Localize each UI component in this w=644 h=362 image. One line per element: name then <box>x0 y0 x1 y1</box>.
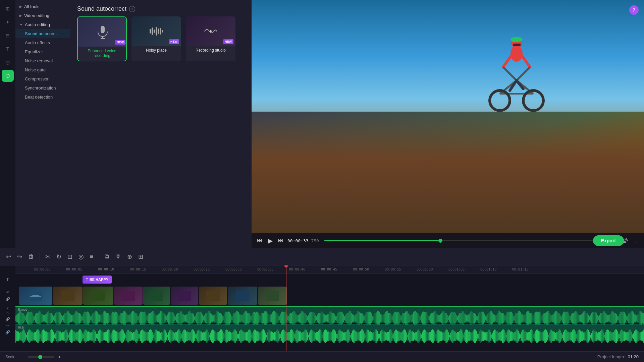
svg-rect-669 <box>585 311 585 325</box>
svg-rect-1341 <box>559 329 560 343</box>
audio2-wave-icon[interactable]: 〜 <box>5 323 10 328</box>
voiceover-button[interactable]: 🎙 <box>113 252 123 261</box>
video-clip-3[interactable] <box>83 287 113 305</box>
nav-item-noise-removal[interactable]: Noise removal <box>15 56 70 65</box>
overlay-button[interactable]: ⧉ <box>103 252 111 261</box>
preset-card-enhanced-voice[interactable]: NEW Enhanced voice recording <box>77 16 127 61</box>
preset-card-noisy-place[interactable]: NEW Noisy place <box>131 16 181 61</box>
video-clip-2[interactable] <box>53 287 83 305</box>
svg-rect-1086 <box>331 332 331 341</box>
eye-icon[interactable]: 👁 <box>5 290 10 295</box>
effects-button[interactable]: ◎ <box>76 252 86 262</box>
delete-button[interactable]: 🗑 <box>26 252 36 261</box>
video-clip-9[interactable] <box>258 287 287 305</box>
svg-rect-41 <box>21 312 21 324</box>
more-tb-button[interactable]: ⊞ <box>136 252 145 262</box>
redo-button[interactable]: ↪ <box>15 252 24 262</box>
svg-rect-337 <box>286 314 287 323</box>
undo-button[interactable]: ↩ <box>4 252 13 262</box>
cut-button[interactable]: ✂ <box>43 252 52 262</box>
adjust-button[interactable]: ≡ <box>88 252 96 261</box>
nav-video-editing[interactable]: ▶ Video editing <box>15 11 70 20</box>
svg-rect-1158 <box>395 329 396 343</box>
redo2-button[interactable]: ↻ <box>54 252 63 262</box>
svg-rect-166 <box>133 311 134 325</box>
svg-rect-162 <box>129 314 130 322</box>
preset-thumb-noisy-place: NEW <box>131 16 181 46</box>
link-icon[interactable]: 🔗 <box>5 296 10 302</box>
scale-thumb[interactable] <box>38 355 42 359</box>
svg-rect-751 <box>30 330 31 343</box>
svg-rect-1018 <box>270 330 270 342</box>
svg-rect-676 <box>591 313 592 324</box>
svg-rect-143 <box>112 312 113 325</box>
video-clip-5[interactable] <box>143 287 170 305</box>
video-clip-8[interactable] <box>228 287 257 305</box>
nav-item-equalizer[interactable]: Equalizer <box>15 47 70 56</box>
sidebar-item-clock-icon[interactable]: ◷ <box>2 56 14 68</box>
svg-rect-1428 <box>638 331 638 341</box>
svg-rect-425 <box>366 312 366 324</box>
svg-rect-212 <box>174 316 175 321</box>
video-clip-6[interactable] <box>171 287 198 305</box>
text-clip-be-happy[interactable]: T BE HAPPY <box>83 276 112 284</box>
help-button[interactable]: ? <box>629 5 639 15</box>
svg-rect-1364 <box>580 330 581 342</box>
nav-item-noise-gate[interactable]: Noise gate <box>15 65 70 74</box>
preset-card-recording-studio[interactable]: NEW Recording studio <box>186 16 235 61</box>
skip-forward-button[interactable]: ⏭ <box>277 236 285 245</box>
svg-rect-449 <box>387 311 388 325</box>
svg-rect-94 <box>68 311 69 325</box>
video-clip-1[interactable] <box>19 287 52 305</box>
progress-bar[interactable] <box>324 240 596 241</box>
svg-rect-95 <box>69 313 70 323</box>
svg-rect-888 <box>153 335 154 338</box>
svg-rect-791 <box>66 329 66 343</box>
play-button[interactable]: ▶ <box>266 235 274 246</box>
sidebar-item-grid-icon[interactable]: ⊟ <box>2 29 14 42</box>
svg-rect-44 <box>23 314 24 323</box>
svg-rect-348 <box>297 314 297 322</box>
sidebar-item-magic-icon[interactable]: ✦ <box>2 16 14 28</box>
nav-audio-editing[interactable]: ▼ Audio editing <box>15 20 70 29</box>
progress-thumb[interactable] <box>438 239 442 243</box>
nav-item-sound-autocorrect[interactable]: Sound autocorr... <box>15 29 70 38</box>
video-clip-4[interactable] <box>114 287 143 305</box>
audio2-link-icon[interactable]: 🔗 <box>5 329 10 335</box>
skip-back-button[interactable]: ⏮ <box>256 236 264 245</box>
svg-rect-322 <box>273 311 274 325</box>
svg-rect-947 <box>206 330 207 343</box>
svg-rect-258 <box>216 312 216 324</box>
sidebar-item-apps-icon[interactable]: ⬡ <box>2 70 14 82</box>
svg-rect-433 <box>373 316 374 320</box>
video-clip-7[interactable] <box>199 287 227 305</box>
svg-rect-1259 <box>486 332 487 341</box>
svg-rect-852 <box>120 331 121 342</box>
svg-rect-771 <box>48 333 48 340</box>
svg-rect-709 <box>621 311 621 325</box>
svg-rect-987 <box>242 330 243 342</box>
svg-rect-1235 <box>465 332 465 341</box>
scale-minus-button[interactable]: − <box>19 354 24 360</box>
svg-rect-555 <box>482 311 483 325</box>
svg-rect-501 <box>434 311 435 325</box>
svg-rect-923 <box>184 329 185 343</box>
svg-rect-854 <box>122 329 123 343</box>
svg-rect-1217 <box>448 332 449 340</box>
tool-help-icon[interactable]: ? <box>129 6 135 12</box>
nav-all-tools[interactable]: ▶ All tools <box>15 2 70 11</box>
export-button[interactable]: Export <box>593 235 624 246</box>
nav-item-audio-effects[interactable]: Audio effects <box>15 38 70 47</box>
nav-item-beat-detection[interactable]: Beat detection <box>15 93 70 102</box>
crop-button[interactable]: ⊡ <box>65 252 74 262</box>
nav-item-compressor[interactable]: Compressor <box>15 74 70 83</box>
scale-slider[interactable] <box>28 356 54 358</box>
locate-button[interactable]: ⊕ <box>125 252 134 262</box>
audio1-wave-icon[interactable]: 〜 <box>5 311 10 316</box>
more-options-button[interactable]: ⋮ <box>632 236 640 245</box>
scale-plus-button[interactable]: + <box>57 354 62 360</box>
svg-rect-754 <box>33 332 33 340</box>
sidebar-item-all-tools-icon[interactable]: ⊞ <box>2 3 14 15</box>
sidebar-item-text-icon[interactable]: T <box>2 43 14 55</box>
nav-item-synchronization[interactable]: Synchronization <box>15 83 70 93</box>
